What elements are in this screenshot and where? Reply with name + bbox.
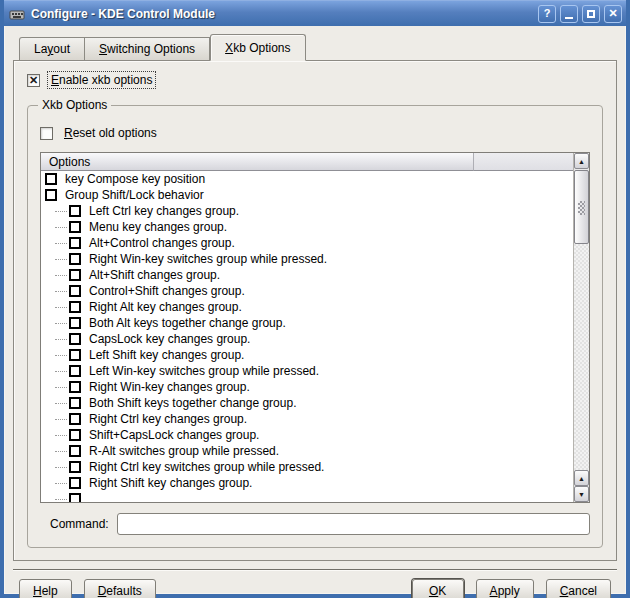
item-checkbox[interactable] — [69, 237, 81, 249]
tab-xkb-options[interactable]: Xkb Options — [210, 34, 305, 61]
enable-xkb-options-label[interactable]: Enable xkb options — [47, 71, 156, 89]
list-item[interactable]: Left Win-key switches group while presse… — [41, 363, 573, 379]
item-label: Group Shift/Lock behavior — [65, 188, 204, 202]
titlebar[interactable]: Configure - KDE Control Module ? ✕ — [4, 0, 626, 26]
item-checkbox[interactable] — [69, 221, 81, 233]
tab-bar: Layout Switching Options Xkb Options — [13, 34, 617, 60]
cancel-button[interactable]: Cancel — [546, 579, 611, 598]
tree-line-icon — [55, 371, 67, 372]
reset-old-options-row: Reset old options — [40, 124, 590, 142]
list-item[interactable] — [41, 491, 573, 502]
list-item[interactable]: key Compose key position — [41, 171, 573, 187]
item-checkbox[interactable] — [69, 333, 81, 345]
command-row: Command: — [40, 513, 590, 535]
tree-line-icon — [55, 339, 67, 340]
item-label: Both Alt keys together change group. — [89, 316, 286, 330]
list-item[interactable]: Right Win-key changes group. — [41, 379, 573, 395]
list-item[interactable]: R-Alt switches group while pressed. — [41, 443, 573, 459]
item-checkbox[interactable] — [69, 253, 81, 265]
item-checkbox[interactable] — [45, 173, 57, 185]
list-item[interactable]: Right Ctrl key changes group. — [41, 411, 573, 427]
group-title: Xkb Options — [38, 98, 111, 112]
item-checkbox[interactable] — [69, 269, 81, 281]
tree-line-icon — [55, 451, 67, 452]
list-item[interactable]: Left Shift key changes group. — [41, 347, 573, 363]
maximize-button[interactable] — [582, 5, 600, 23]
list-item[interactable]: Group Shift/Lock behavior — [41, 187, 573, 203]
item-label: Both Shift keys together change group. — [89, 396, 296, 410]
list-item[interactable]: Alt+Shift changes group. — [41, 267, 573, 283]
tree-line-icon — [55, 227, 67, 228]
tab-layout[interactable]: Layout — [19, 37, 85, 60]
list-item[interactable]: CapsLock key changes group. — [41, 331, 573, 347]
tree-line-icon — [55, 243, 67, 244]
item-label: Alt+Control changes group. — [89, 236, 235, 250]
scrollbar-trough[interactable] — [574, 244, 589, 470]
item-checkbox[interactable] — [69, 397, 81, 409]
item-checkbox[interactable] — [69, 477, 81, 489]
tree-line-icon — [55, 211, 67, 212]
scroll-up-button[interactable]: ▲ — [574, 153, 589, 169]
keyboard-icon[interactable] — [9, 6, 25, 22]
tree-line-icon — [55, 435, 67, 436]
apply-button[interactable]: Apply — [476, 579, 534, 598]
item-checkbox[interactable] — [69, 285, 81, 297]
close-button[interactable]: ✕ — [604, 5, 622, 23]
list-item[interactable]: Shift+CapsLock changes group. — [41, 427, 573, 443]
scroll-up-button-bottom[interactable]: ▲ — [574, 470, 589, 486]
dialog-body: Layout Switching Options Xkb Options ✕ E… — [4, 26, 626, 594]
item-checkbox[interactable] — [69, 493, 81, 502]
list-item[interactable]: Alt+Control changes group. — [41, 235, 573, 251]
list-item[interactable]: Control+Shift changes group. — [41, 283, 573, 299]
reset-old-options-checkbox[interactable] — [40, 127, 53, 140]
help-button-titlebar[interactable]: ? — [538, 5, 556, 23]
tab-panel: ✕ Enable xkb options Xkb Options Reset o… — [13, 60, 617, 561]
tab-switching-options[interactable]: Switching Options — [85, 37, 210, 60]
minimize-button[interactable] — [560, 5, 578, 23]
item-checkbox[interactable] — [69, 413, 81, 425]
help-button[interactable]: Help — [19, 579, 72, 598]
reset-old-options-label[interactable]: Reset old options — [60, 124, 161, 142]
item-label: Left Shift key changes group. — [89, 348, 244, 362]
list-item[interactable]: Left Ctrl key changes group. — [41, 203, 573, 219]
item-label: Shift+CapsLock changes group. — [89, 428, 259, 442]
ok-button[interactable]: OK — [412, 579, 464, 598]
tree-line-icon — [55, 355, 67, 356]
options-list-viewport[interactable]: Options key Compose key position Group S… — [41, 153, 573, 502]
item-checkbox[interactable] — [69, 461, 81, 473]
item-label: key Compose key position — [65, 172, 205, 186]
window-frame: Configure - KDE Control Module ? ✕ Layou… — [0, 0, 630, 598]
tree-line-icon — [55, 387, 67, 388]
tree-line-icon — [55, 467, 67, 468]
item-checkbox[interactable] — [69, 365, 81, 377]
defaults-button[interactable]: Defaults — [84, 579, 156, 598]
list-item[interactable]: Right Win-key switches group while press… — [41, 251, 573, 267]
vertical-scrollbar[interactable]: ▲ ▲ ▼ — [573, 153, 589, 502]
list-item[interactable]: Right Alt key changes group. — [41, 299, 573, 315]
button-row: Help Defaults OK Apply Cancel — [13, 579, 617, 598]
list-item[interactable]: Both Shift keys together change group. — [41, 395, 573, 411]
item-label: Right Alt key changes group. — [89, 300, 242, 314]
empty-column-header[interactable] — [474, 153, 573, 171]
item-checkbox[interactable] — [45, 189, 57, 201]
item-checkbox[interactable] — [69, 445, 81, 457]
scrollbar-thumb[interactable] — [574, 170, 589, 244]
item-label: Right Ctrl key changes group. — [89, 412, 247, 426]
list-item[interactable]: Right Ctrl key switches group while pres… — [41, 459, 573, 475]
item-checkbox[interactable] — [69, 317, 81, 329]
list-item[interactable]: Menu key changes group. — [41, 219, 573, 235]
command-input[interactable] — [117, 513, 590, 535]
item-label: Right Ctrl key switches group while pres… — [89, 460, 324, 474]
item-checkbox[interactable] — [69, 349, 81, 361]
item-checkbox[interactable] — [69, 205, 81, 217]
item-label: Control+Shift changes group. — [89, 284, 245, 298]
item-checkbox[interactable] — [69, 301, 81, 313]
item-checkbox[interactable] — [69, 429, 81, 441]
item-checkbox[interactable] — [69, 381, 81, 393]
tree-line-icon — [55, 499, 67, 500]
enable-xkb-options-checkbox[interactable]: ✕ — [27, 74, 40, 87]
list-item[interactable]: Right Shift key changes group. — [41, 475, 573, 491]
scroll-down-button[interactable]: ▼ — [574, 486, 589, 502]
options-column-header[interactable]: Options — [41, 153, 474, 171]
list-item[interactable]: Both Alt keys together change group. — [41, 315, 573, 331]
